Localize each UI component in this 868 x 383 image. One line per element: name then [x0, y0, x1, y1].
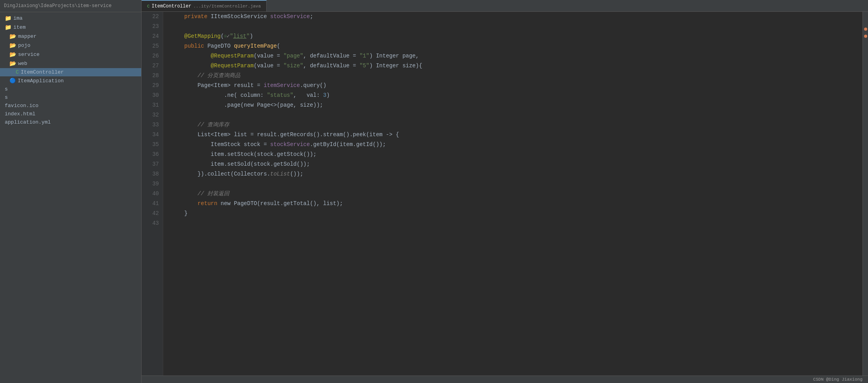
code-token: @GetMapping [184, 31, 221, 41]
code-token: // 查询库存 [171, 120, 229, 130]
line-num-39: 39 [143, 179, 159, 189]
code-line-22: private IItemStockService stockService; [163, 12, 862, 22]
tab-bar: C ItemController ...ity/ItemController.j… [142, 0, 868, 12]
code-token: .ne( column: [171, 91, 267, 100]
line-numbers: ▶ 22 23 24 ▶ 25 26 ◆ 27 28 29 30 31 32 3… [142, 12, 163, 376]
code-token: ) [250, 31, 253, 41]
line-num-30: 30 [143, 91, 159, 100]
code-token: ✓ [227, 31, 230, 41]
sidebar-item-item[interactable]: 📁 item [0, 23, 141, 32]
code-token [171, 61, 211, 71]
sidebar-item-label: s [5, 86, 8, 92]
code-line-24: @GetMapping(☉✓"list") [163, 31, 862, 41]
code-token: ; [310, 12, 313, 22]
code-token: stockService [270, 140, 310, 150]
code-token: List<Item> list = result.getRecords().st… [171, 130, 399, 140]
code-line-26: @RequestParam(value = "page", defaultVal… [163, 51, 862, 61]
sidebar-item-ima[interactable]: 📁 ima [0, 14, 141, 23]
code-token: }).collect(Collectors. [171, 169, 270, 179]
code-token: stockService [270, 12, 310, 22]
code-token: .getById(item.getId()); [310, 140, 386, 150]
code-line-25: public PageDTO queryItemPage( [163, 41, 862, 51]
sidebar-item-s1[interactable]: s [0, 85, 141, 93]
sidebar-item-applicationyml[interactable]: application.yml [0, 118, 141, 126]
code-token [171, 41, 184, 51]
line-num-24: 24 [143, 31, 159, 41]
code-token: ()); [290, 169, 303, 179]
code-container[interactable]: ▶ 22 23 24 ▶ 25 26 ◆ 27 28 29 30 31 32 3… [142, 12, 868, 376]
sidebar: DingJiaxiong\IdeaProjects\item-service 📁… [0, 0, 142, 383]
sidebar-item-label: index.html [5, 111, 35, 117]
tab-label: ItemController [152, 4, 192, 9]
credit-text: CSDN @Ding Jiaxiong [813, 377, 862, 382]
sidebar-item-label: s [5, 94, 8, 100]
code-token: new PageDTO(result.getTotal(), list); [217, 199, 343, 209]
code-line-41: return new PageDTO(result.getTotal(), li… [163, 199, 862, 209]
code-line-36: item.setStock(stock.getStock()); [163, 150, 862, 159]
code-token: public [184, 41, 204, 51]
sidebar-item-label: ItemApplication [18, 78, 64, 84]
code-token: // 封装返回 [171, 189, 229, 199]
code-token [171, 199, 197, 209]
code-token: toList [270, 169, 290, 179]
code-line-35: ItemStock stock = stockService.getById(i… [163, 140, 862, 150]
line-num-27: ◆ 27 [143, 61, 159, 71]
sidebar-item-label: item [13, 24, 26, 30]
code-line-33: // 查询库存 [163, 120, 862, 130]
code-line-28: // 分页查询商品 [163, 71, 862, 81]
sidebar-item-web[interactable]: 📂 web [0, 59, 141, 68]
sidebar-item-itemapplication[interactable]: 🔵 ItemApplication [0, 76, 141, 85]
folder-icon: 📁 [5, 15, 11, 22]
code-token: "page" [284, 51, 303, 61]
code-token: ( [277, 41, 280, 51]
code-token: (value = [254, 61, 284, 71]
code-token: item.setStock(stock.getStock()); [171, 150, 317, 159]
sidebar-item-label: web [18, 61, 27, 67]
editor-area: C ItemController ...ity/ItemController.j… [142, 0, 868, 383]
code-token: ) Integer page, [369, 51, 419, 61]
code-token: ( [221, 31, 224, 41]
code-line-31: .page(new Page<>(page, size)); [163, 100, 862, 110]
code-token: .page(new Page<>(page, size)); [171, 100, 323, 110]
code-token: ) Integer size){ [369, 61, 422, 71]
line-num-35: 35 [143, 140, 159, 150]
sidebar-item-service[interactable]: 📂 service [0, 50, 141, 59]
app-file-icon: 🔵 [9, 78, 16, 84]
sidebar-item-mapper[interactable]: 📂 mapper [0, 32, 141, 41]
tab-java-icon: C [147, 4, 150, 9]
code-line-32 [163, 110, 862, 120]
sidebar-item-indexhtml[interactable]: index.html [0, 110, 141, 118]
code-token: "5" [359, 61, 369, 71]
code-line-40: // 封装返回 [163, 189, 862, 199]
sidebar-item-pojo[interactable]: 📂 pojo [0, 41, 141, 50]
line-num-22: ▶ 22 [143, 12, 159, 22]
code-token: (value = [254, 51, 284, 61]
code-token: } [171, 209, 188, 218]
code-token: , val: [293, 91, 323, 100]
code-line-23 [163, 22, 862, 31]
sidebar-item-itemcontroller[interactable]: C ItemController [0, 68, 141, 76]
line-num-33: 33 [143, 120, 159, 130]
code-token: .query() [300, 81, 326, 91]
code-lines: private IItemStockService stockService; … [163, 12, 862, 376]
code-token: ) [326, 91, 330, 100]
line-num-36: 36 [143, 150, 159, 159]
line-num-32: 32 [143, 110, 159, 120]
code-line-43 [163, 218, 862, 228]
code-token: ItemStock stock = [171, 140, 270, 150]
code-token: "size" [284, 61, 303, 71]
right-indicator [862, 12, 868, 376]
sidebar-item-favicon[interactable]: favicon.ico [0, 102, 141, 110]
code-token: @RequestParam [211, 61, 254, 71]
active-tab[interactable]: C ItemController ...ity/ItemController.j… [142, 0, 267, 11]
line-num-41: 41 [143, 199, 159, 209]
code-line-42: } [163, 209, 862, 218]
sidebar-item-s2[interactable]: s [0, 93, 141, 102]
code-token: "status" [267, 91, 293, 100]
sidebar-item-label: ItemController [21, 69, 64, 75]
code-token [171, 31, 184, 41]
sidebar-item-label: mapper [18, 33, 37, 39]
code-line-38: }).collect(Collectors.toList()); [163, 169, 862, 179]
code-token: itemService [264, 81, 300, 91]
code-token: ☉ [224, 31, 227, 41]
